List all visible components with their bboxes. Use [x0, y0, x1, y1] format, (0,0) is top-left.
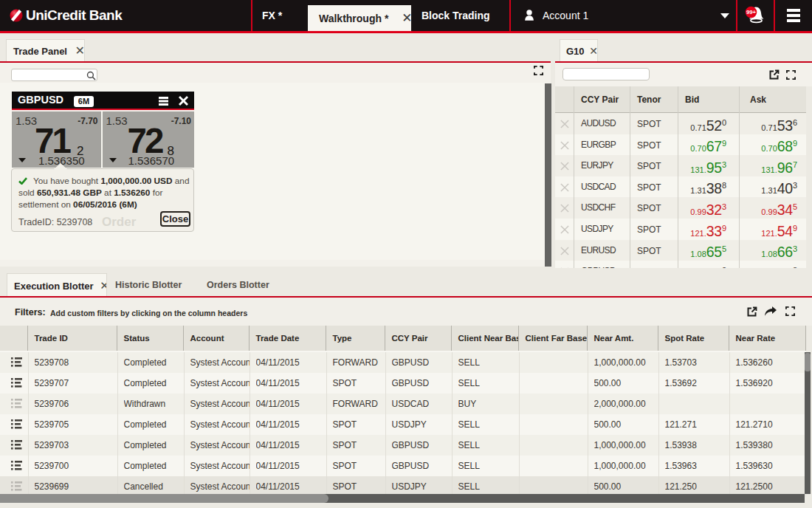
svg-text:99+: 99+ — [746, 9, 757, 16]
